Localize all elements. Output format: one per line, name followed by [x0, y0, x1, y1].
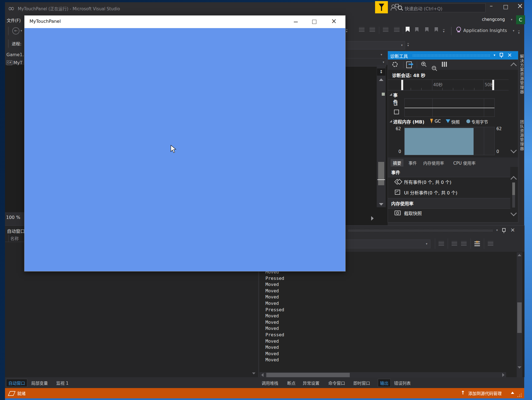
message-filter-icon[interactable]: [439, 241, 444, 246]
editor-hscroll-right-icon[interactable]: [371, 216, 374, 221]
next-message-icon[interactable]: [461, 241, 467, 246]
navigate-back-icon[interactable]: ←: [12, 27, 19, 34]
ui-events-label[interactable]: UI 分析事件(0 个, 共 0 个): [404, 189, 457, 196]
export-icon[interactable]: [406, 61, 412, 68]
tab-summary[interactable]: 摘要: [391, 159, 403, 167]
diagnostics-titlebar[interactable]: 诊断工具 ▾ ×: [388, 51, 518, 60]
output-vscroll-down-icon[interactable]: [518, 366, 521, 369]
search-icon[interactable]: [398, 6, 402, 10]
app-window[interactable]: MyTouchPanel ×: [24, 15, 346, 271]
word-wrap-icon[interactable]: [488, 241, 493, 246]
zoom-out-icon[interactable]: [432, 66, 436, 70]
navbar-project-label[interactable]: MyT: [13, 60, 23, 65]
tab-team-explorer[interactable]: 团队资源管理器: [519, 120, 524, 151]
tab-autos[interactable]: 自动窗口: [6, 379, 27, 387]
editor-zoom-level[interactable]: 100 %: [6, 215, 20, 220]
bookmarks-overflow-icon[interactable]: ▾: [443, 29, 445, 33]
process-combobox[interactable]: ▾: [346, 41, 405, 50]
app-titlebar[interactable]: MyTouchPanel ×: [24, 16, 345, 28]
output-vscroll-up-icon[interactable]: [518, 254, 521, 256]
decrease-indent-icon[interactable]: [383, 27, 388, 32]
appinsights-drag-handle[interactable]: [451, 27, 452, 35]
process-combobox-caret-icon[interactable]: ▾: [401, 43, 403, 47]
tab-call-stack[interactable]: 调用堆栈: [262, 380, 278, 386]
user-avatar[interactable]: C: [516, 15, 525, 24]
resize-grip[interactable]: [517, 392, 522, 397]
tab-events[interactable]: 事件: [408, 160, 417, 166]
code-editor[interactable]: [5, 65, 24, 212]
output-log[interactable]: Moved Pressed Moved Moved Moved Moved Pr…: [265, 269, 284, 363]
take-snapshot-label[interactable]: 截取快照: [404, 210, 422, 216]
output-vscrollbar[interactable]: [517, 252, 522, 377]
editor-scroll-down-icon[interactable]: [379, 203, 383, 206]
increase-indent-icon[interactable]: [394, 27, 400, 32]
timeline-range-grip-left[interactable]: [401, 80, 403, 90]
outline-collapse-icon[interactable]: [359, 27, 364, 32]
ui-events-row[interactable]: UI 分析事件(0 个, 共 0 个): [388, 187, 510, 198]
timeline-ruler[interactable]: 40秒 50秒: [388, 80, 509, 90]
application-insights-caret-icon[interactable]: ▾: [513, 29, 514, 33]
tab-game1[interactable]: Game1.: [6, 52, 24, 57]
diagnostics-window-menu-caret-icon[interactable]: ▾: [494, 53, 495, 57]
debug-toolbar-drag-handle[interactable]: [8, 39, 9, 48]
source-control-up-icon[interactable]: ↑: [461, 390, 465, 396]
editor-splitter-handle[interactable]: ↕: [377, 68, 385, 76]
app-maximize-icon[interactable]: [312, 20, 316, 24]
user-name[interactable]: chengcong: [482, 17, 505, 22]
output-source-caret-icon[interactable]: ▾: [426, 242, 427, 246]
user-dropdown-caret-icon[interactable]: ▾: [511, 18, 513, 21]
tab-immediate-window[interactable]: 即时窗口: [353, 380, 370, 386]
process-overflow-icon[interactable]: ▾: [407, 43, 409, 47]
quick-launch-box[interactable]: 快速启动 (Ctrl+Q): [402, 3, 486, 12]
diagnostics-drag-texture[interactable]: [412, 54, 490, 56]
maximize-button[interactable]: □: [503, 3, 508, 10]
autos-scroll-down-icon[interactable]: [252, 372, 255, 374]
tab-solution-explorer[interactable]: 解决方案资源管理器: [519, 54, 524, 94]
zoom-in-icon[interactable]: [421, 62, 425, 66]
tab-cpu-usage[interactable]: CPU 使用率: [453, 160, 476, 166]
editor-vscrollbar[interactable]: [377, 65, 386, 207]
events-swimlanes[interactable]: [404, 98, 495, 117]
application-insights-button[interactable]: Application Insights: [463, 28, 507, 33]
toolbar-drag-handle[interactable]: [8, 27, 9, 35]
take-snapshot-row[interactable]: 截取快照: [388, 208, 510, 219]
summary-scrollbar[interactable]: [512, 182, 515, 208]
app-client-area[interactable]: [24, 28, 345, 271]
navbar-types-caret-icon[interactable]: ▾: [381, 53, 382, 56]
output-hscrollbar[interactable]: [260, 372, 506, 378]
output-hscroll-right-icon[interactable]: [502, 373, 504, 377]
output-hscroll-thumb[interactable]: [266, 373, 350, 377]
toolbar-overflow-icon[interactable]: ▾: [346, 29, 348, 33]
tab-memory-usage[interactable]: 内存使用率: [423, 160, 444, 166]
editor-scroll-thumb[interactable]: [378, 162, 384, 185]
memory-expander-triangle-icon[interactable]: [390, 120, 392, 122]
tab-error-list[interactable]: 错误列表: [394, 380, 411, 386]
diagnostics-close-icon[interactable]: ×: [507, 51, 512, 58]
output-window-menu-caret-icon[interactable]: ▾: [496, 228, 498, 232]
summary-scroll-up-icon[interactable]: [511, 176, 517, 182]
navigate-back-caret-icon[interactable]: ▾: [21, 29, 22, 33]
output-hscroll-left-icon[interactable]: [261, 373, 263, 377]
tab-command-window[interactable]: 命令窗口: [328, 380, 345, 386]
tab-watch1[interactable]: 监视 1: [56, 380, 68, 386]
source-control-caret-icon[interactable]: [511, 392, 514, 394]
all-events-row[interactable]: 所有事件(0 个, 共 0 个): [388, 177, 510, 187]
copy-structure-icon[interactable]: [370, 27, 375, 32]
summary-scroll-down-icon[interactable]: [511, 210, 517, 216]
all-events-label[interactable]: 所有事件(0 个, 共 0 个): [404, 179, 451, 185]
timeline-range-grip-right[interactable]: [492, 80, 494, 90]
add-to-source-control-button[interactable]: 添加到源代码管理: [468, 390, 502, 396]
menu-file[interactable]: 文件(F): [7, 17, 21, 23]
editor-scroll-up-icon[interactable]: [379, 78, 383, 81]
feedback-button[interactable]: [375, 1, 388, 13]
tab-output[interactable]: 输出: [378, 379, 391, 387]
tab-breakpoints[interactable]: 断点: [287, 380, 295, 386]
navbar-members-caret-icon[interactable]: ▾: [383, 60, 384, 64]
tab-locals[interactable]: 局部变量: [31, 380, 48, 386]
autos-name-column[interactable]: 名称: [10, 235, 19, 241]
prev-message-icon[interactable]: [452, 241, 457, 246]
diagnostics-settings-icon[interactable]: [392, 62, 398, 67]
tab-exception-settings[interactable]: 异常设置: [303, 380, 319, 386]
toolbar-overflow2-icon[interactable]: ▾: [518, 31, 520, 35]
app-minimize-icon[interactable]: [294, 22, 298, 22]
